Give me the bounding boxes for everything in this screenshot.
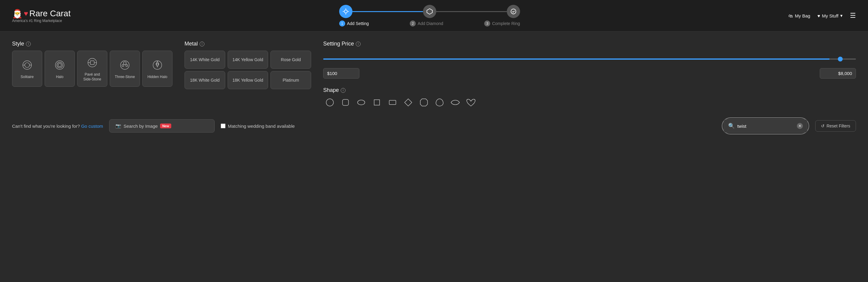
price-max-input[interactable] xyxy=(820,68,856,79)
search-icon: 🔍 xyxy=(728,123,735,129)
my-stuff-button[interactable]: ♥ My Stuff ▾ xyxy=(817,13,843,19)
svg-rect-25 xyxy=(389,100,396,104)
step1-text: Add Setting xyxy=(347,21,369,26)
solitaire-label: Solitaire xyxy=(21,75,33,80)
step2-text: Add Diamond xyxy=(417,21,443,26)
my-bag-button[interactable]: 🛍 My Bag xyxy=(788,13,810,19)
my-stuff-label: My Stuff xyxy=(822,13,838,19)
step2-num: 2 xyxy=(410,21,416,27)
step1-label: 1 Add Setting xyxy=(339,21,369,27)
style-card-pave[interactable]: Pavé and Side-Stone xyxy=(77,51,107,87)
new-badge: New xyxy=(160,124,171,128)
clear-search-button[interactable]: ✕ xyxy=(797,123,803,129)
steps-labels: 1 Add Setting 2 Add Diamond 3 Complete R… xyxy=(339,21,520,27)
style-card-three-stone[interactable]: Three-Stone xyxy=(110,51,140,87)
svg-point-9 xyxy=(58,64,61,67)
shape-grid xyxy=(323,96,856,109)
heart-icon: ♥ xyxy=(817,13,820,19)
metal-grid: 14K White Gold 14K Yellow Gold Rose Gold… xyxy=(185,51,311,89)
svg-point-20 xyxy=(156,63,158,65)
step1-num: 1 xyxy=(339,21,345,27)
metal-14k-yellow[interactable]: 14K Yellow Gold xyxy=(228,51,268,69)
setting-price-label: Setting Price i xyxy=(323,41,856,47)
search-input[interactable] xyxy=(737,124,795,129)
shape-radiant[interactable] xyxy=(402,96,415,109)
shape-pear[interactable] xyxy=(433,96,446,109)
steps-container: 1 Add Setting 2 Add Diamond 3 Complete R… xyxy=(70,5,788,27)
metal-18k-white[interactable]: 18K White Gold xyxy=(185,71,225,89)
pave-label: Pavé and Side-Stone xyxy=(80,72,104,82)
style-label: Style i xyxy=(12,41,173,47)
svg-rect-24 xyxy=(374,100,379,105)
hidden-halo-label: Hidden Halo xyxy=(148,75,167,80)
style-grid: Solitaire Halo xyxy=(12,51,173,87)
metal-label: Metal i xyxy=(185,41,311,47)
search-input-container: 🔍 ✕ xyxy=(723,119,807,132)
svg-point-17 xyxy=(126,65,127,67)
menu-button[interactable]: ☰ xyxy=(850,12,856,20)
metal-18k-yellow[interactable]: 18K Yellow Gold xyxy=(228,71,268,89)
logo-santa-icon: 🎅 xyxy=(12,9,23,19)
svg-marker-26 xyxy=(405,99,412,106)
shape-marquise[interactable] xyxy=(448,96,462,109)
search-highlight: 🔍 ✕ xyxy=(722,118,809,134)
price-inputs xyxy=(323,68,856,79)
header: 🎅 ♥ Rare Carat America's #1 Ring Marketp… xyxy=(0,0,868,32)
price-slider-container xyxy=(323,56,856,61)
shape-cushion[interactable] xyxy=(339,96,352,109)
shape-princess[interactable] xyxy=(370,96,383,109)
step3-text: Complete Ring xyxy=(492,21,520,26)
shape-round[interactable] xyxy=(323,96,337,109)
step1-icon xyxy=(339,5,352,18)
steps-track xyxy=(339,5,520,18)
logo-text: 🎅 ♥ Rare Carat xyxy=(12,9,70,19)
metal-rose-gold[interactable]: Rose Gold xyxy=(271,51,311,69)
step2-icon xyxy=(423,5,436,18)
search-image-label: Search by Image xyxy=(124,124,158,129)
step3-icon xyxy=(507,5,520,18)
matching-band-checkbox[interactable] xyxy=(221,124,225,128)
svg-point-2 xyxy=(511,9,516,14)
camera-icon: 📷 xyxy=(116,123,121,129)
style-card-solitaire[interactable]: Solitaire xyxy=(12,51,42,87)
shape-heart[interactable] xyxy=(464,96,477,109)
halo-label: Halo xyxy=(56,75,64,80)
go-custom-link[interactable]: Go custom xyxy=(81,124,103,129)
step-line-2 xyxy=(436,11,507,12)
style-card-hidden-halo[interactable]: Hidden Halo xyxy=(142,51,173,87)
shape-label: Shape i xyxy=(323,87,856,93)
metal-info-icon[interactable]: i xyxy=(199,41,205,46)
shape-oval[interactable] xyxy=(354,96,368,109)
search-by-image-button[interactable]: 📷 Search by Image New xyxy=(109,119,215,132)
step2-label: 2 Add Diamond xyxy=(410,21,443,27)
shape-emerald[interactable] xyxy=(386,96,399,109)
shape-info-icon[interactable]: i xyxy=(341,88,345,93)
reset-label: Reset Filters xyxy=(827,124,850,128)
header-right: 🛍 My Bag ♥ My Stuff ▾ ☰ xyxy=(788,12,856,20)
metal-section: Metal i 14K White Gold 14K Yellow Gold R… xyxy=(185,41,311,89)
svg-point-15 xyxy=(123,62,126,65)
custom-link-text: Can't find what you're looking for? Go c… xyxy=(12,124,103,129)
metal-platinum[interactable]: Platinum xyxy=(271,71,311,89)
matching-band-container: Matching wedding band available xyxy=(221,124,295,129)
svg-marker-27 xyxy=(420,99,428,106)
metal-14k-white[interactable]: 14K White Gold xyxy=(185,51,225,69)
style-section: Style i Solitaire xyxy=(12,41,173,87)
svg-marker-1 xyxy=(427,9,432,14)
price-min-input[interactable] xyxy=(323,68,360,79)
svg-rect-11 xyxy=(90,61,94,65)
shape-section: Shape i xyxy=(323,87,856,109)
step3-num: 3 xyxy=(484,21,490,27)
setting-price-info-icon[interactable]: i xyxy=(356,41,361,46)
logo-name: Rare Carat xyxy=(29,9,70,19)
chevron-down-icon: ▾ xyxy=(840,13,843,19)
style-card-halo[interactable]: Halo xyxy=(44,51,75,87)
shape-asscher[interactable] xyxy=(417,96,431,109)
reset-filters-button[interactable]: ↺ Reset Filters xyxy=(815,120,856,132)
three-stone-label: Three-Stone xyxy=(115,75,135,80)
price-slider[interactable] xyxy=(323,58,856,60)
style-info-icon[interactable]: i xyxy=(26,41,31,46)
main-content: Style i Solitaire xyxy=(0,32,868,144)
svg-point-8 xyxy=(57,62,62,68)
bottom-row: Can't find what you're looking for? Go c… xyxy=(12,118,856,134)
